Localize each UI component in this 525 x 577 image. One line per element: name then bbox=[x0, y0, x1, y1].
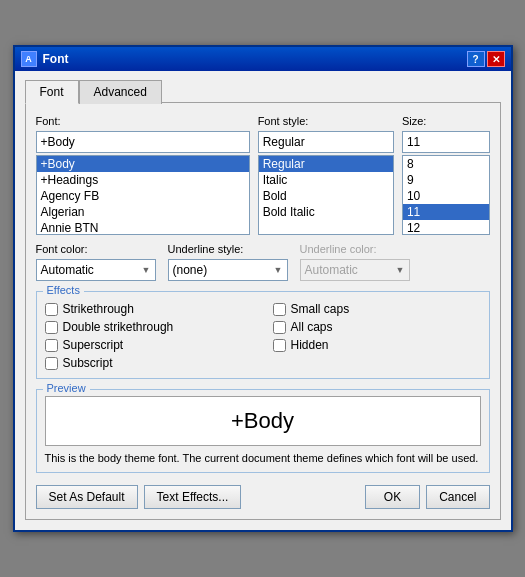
font-style-label: Font style: bbox=[258, 115, 394, 127]
hidden-item: Hidden bbox=[273, 338, 481, 352]
preview-note: This is the body theme font. The current… bbox=[45, 452, 481, 464]
list-item[interactable]: +Headings bbox=[37, 172, 249, 188]
hidden-label: Hidden bbox=[291, 338, 329, 352]
dialog-icon: A bbox=[21, 51, 37, 67]
underline-style-label: Underline style: bbox=[168, 243, 288, 255]
preview-legend: Preview bbox=[43, 382, 90, 394]
font-size-label: Size: bbox=[402, 115, 490, 127]
superscript-item: Superscript bbox=[45, 338, 253, 352]
list-item[interactable]: Agency FB bbox=[37, 188, 249, 204]
font-style-list[interactable]: Regular Italic Bold Bold Italic bbox=[258, 155, 394, 235]
title-bar-left: A Font bbox=[21, 51, 69, 67]
small-caps-label: Small caps bbox=[291, 302, 350, 316]
all-caps-item: All caps bbox=[273, 320, 481, 334]
font-dialog: A Font ? ✕ Font Advanced Font: bbox=[13, 45, 513, 532]
font-size-list[interactable]: 8 9 10 11 12 bbox=[402, 155, 490, 235]
tab-content: Font: +Body +Headings Agency FB Algerian… bbox=[25, 102, 501, 520]
list-item[interactable]: 10 bbox=[403, 188, 489, 204]
help-button[interactable]: ? bbox=[467, 51, 485, 67]
font-style-group: Font style: Regular Italic Bold Bold Ita… bbox=[258, 115, 394, 235]
font-color-group: Font color: Automatic ▼ bbox=[36, 243, 156, 281]
close-button[interactable]: ✕ bbox=[487, 51, 505, 67]
double-strikethrough-label: Double strikethrough bbox=[63, 320, 174, 334]
underline-style-group: Underline style: (none) ▼ bbox=[168, 243, 288, 281]
effects-section: Effects Strikethrough Small caps Doubl bbox=[36, 291, 490, 379]
underline-style-arrow-icon: ▼ bbox=[274, 265, 283, 275]
dialog-title: Font bbox=[43, 52, 69, 66]
subscript-item: Subscript bbox=[45, 356, 253, 370]
font-color-arrow-icon: ▼ bbox=[142, 265, 151, 275]
buttons-right: OK Cancel bbox=[365, 485, 490, 509]
strikethrough-label: Strikethrough bbox=[63, 302, 134, 316]
subscript-label: Subscript bbox=[63, 356, 113, 370]
buttons-row: Set As Default Text Effects... OK Cancel bbox=[36, 485, 490, 509]
underline-color-label: Underline color: bbox=[300, 243, 410, 255]
subscript-checkbox[interactable] bbox=[45, 357, 58, 370]
preview-box: +Body bbox=[45, 396, 481, 446]
font-size-group: Size: 8 9 10 11 12 bbox=[402, 115, 490, 235]
title-bar: A Font ? ✕ bbox=[15, 47, 511, 71]
list-item[interactable]: 8 bbox=[403, 156, 489, 172]
list-item[interactable]: 12 bbox=[403, 220, 489, 235]
font-color-dropdown[interactable]: Automatic ▼ bbox=[36, 259, 156, 281]
underline-color-arrow-icon: ▼ bbox=[396, 265, 405, 275]
font-fields-row: Font: +Body +Headings Agency FB Algerian… bbox=[36, 115, 490, 235]
underline-color-group: Underline color: Automatic ▼ bbox=[300, 243, 410, 281]
double-strikethrough-item: Double strikethrough bbox=[45, 320, 253, 334]
tabs: Font Advanced bbox=[25, 79, 501, 103]
font-style-input[interactable] bbox=[258, 131, 394, 153]
list-item[interactable]: Algerian bbox=[37, 204, 249, 220]
small-caps-item: Small caps bbox=[273, 302, 481, 316]
list-item[interactable]: Regular bbox=[259, 156, 393, 172]
effects-placeholder bbox=[273, 356, 481, 370]
font-name-group: Font: +Body +Headings Agency FB Algerian… bbox=[36, 115, 250, 235]
superscript-checkbox[interactable] bbox=[45, 339, 58, 352]
double-strikethrough-checkbox[interactable] bbox=[45, 321, 58, 334]
title-bar-buttons: ? ✕ bbox=[467, 51, 505, 67]
font-name-label: Font: bbox=[36, 115, 250, 127]
dialog-body: Font Advanced Font: +Body +Headings Agen… bbox=[15, 71, 511, 530]
buttons-left: Set As Default Text Effects... bbox=[36, 485, 242, 509]
color-underline-row: Font color: Automatic ▼ Underline style:… bbox=[36, 243, 490, 281]
superscript-label: Superscript bbox=[63, 338, 124, 352]
list-item[interactable]: 11 bbox=[403, 204, 489, 220]
list-item[interactable]: Bold Italic bbox=[259, 204, 393, 220]
preview-text: +Body bbox=[231, 408, 294, 434]
effects-legend: Effects bbox=[43, 284, 84, 296]
hidden-checkbox[interactable] bbox=[273, 339, 286, 352]
underline-color-dropdown: Automatic ▼ bbox=[300, 259, 410, 281]
all-caps-checkbox[interactable] bbox=[273, 321, 286, 334]
list-item[interactable]: Bold bbox=[259, 188, 393, 204]
list-item[interactable]: +Body bbox=[37, 156, 249, 172]
font-name-input[interactable] bbox=[36, 131, 250, 153]
font-name-list[interactable]: +Body +Headings Agency FB Algerian Annie… bbox=[36, 155, 250, 235]
set-default-button[interactable]: Set As Default bbox=[36, 485, 138, 509]
small-caps-checkbox[interactable] bbox=[273, 303, 286, 316]
effects-grid: Strikethrough Small caps Double striketh… bbox=[45, 302, 481, 370]
font-size-input[interactable] bbox=[402, 131, 490, 153]
text-effects-button[interactable]: Text Effects... bbox=[144, 485, 242, 509]
font-color-label: Font color: bbox=[36, 243, 156, 255]
preview-section: Preview +Body This is the body theme fon… bbox=[36, 389, 490, 473]
list-item[interactable]: 9 bbox=[403, 172, 489, 188]
list-item[interactable]: Italic bbox=[259, 172, 393, 188]
strikethrough-checkbox[interactable] bbox=[45, 303, 58, 316]
underline-style-dropdown[interactable]: (none) ▼ bbox=[168, 259, 288, 281]
tab-font[interactable]: Font bbox=[25, 80, 79, 104]
cancel-button[interactable]: Cancel bbox=[426, 485, 489, 509]
tab-advanced[interactable]: Advanced bbox=[79, 80, 162, 104]
all-caps-label: All caps bbox=[291, 320, 333, 334]
strikethrough-item: Strikethrough bbox=[45, 302, 253, 316]
ok-button[interactable]: OK bbox=[365, 485, 420, 509]
list-item[interactable]: Annie BTN bbox=[37, 220, 249, 235]
